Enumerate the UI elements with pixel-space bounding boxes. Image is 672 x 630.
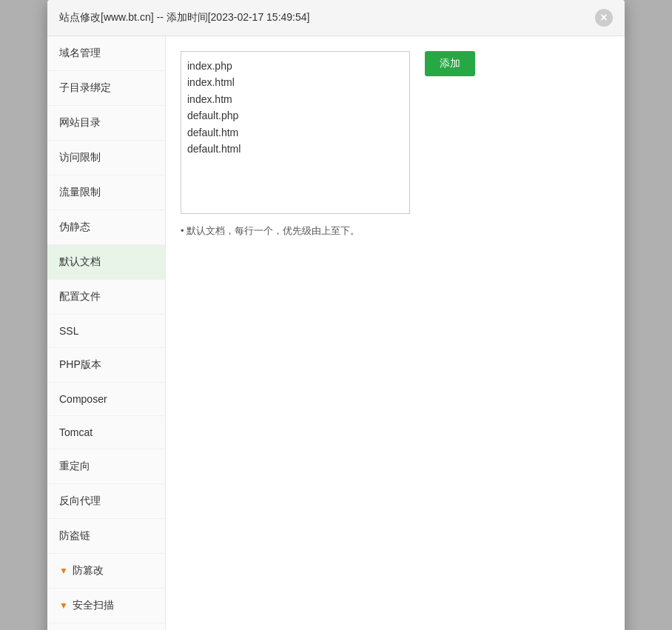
sidebar-item-label: Tomcat	[59, 426, 93, 438]
sidebar-item-access[interactable]: 访问限制	[47, 141, 165, 175]
sidebar-item-label: SSL	[59, 325, 78, 337]
main-content: 添加 默认文档，每行一个，优先级由上至下。	[166, 36, 625, 630]
sidebar-item-proxy[interactable]: 反向代理	[47, 484, 165, 519]
sidebar-item-default-doc[interactable]: 默认文档	[47, 245, 165, 280]
sidebar-item-label: 安全扫描	[73, 599, 114, 612]
modal: 站点修改[www.bt.cn] -- 添加时间[2023-02-17 15:49…	[47, 0, 625, 630]
sidebar-item-hotlink[interactable]: 防盗链	[47, 519, 165, 554]
pro-icon: ▼	[59, 566, 68, 576]
sidebar-item-label: 流量限制	[59, 186, 101, 199]
add-button[interactable]: 添加	[425, 51, 475, 76]
sidebar-item-tomcat[interactable]: Tomcat	[47, 416, 165, 449]
sidebar-item-label: PHP版本	[59, 358, 101, 372]
modal-title: 站点修改[www.bt.cn] -- 添加时间[2023-02-17 15:49…	[59, 11, 309, 24]
sidebar-item-config[interactable]: 配置文件	[47, 280, 165, 315]
sidebar-item-label: 伪静态	[59, 221, 90, 234]
sidebar-item-label: 配置文件	[59, 290, 101, 304]
sidebar-item-label: 防盗链	[59, 529, 90, 543]
sidebar-item-label: 默认文档	[59, 255, 101, 269]
sidebar-item-php[interactable]: PHP版本	[47, 348, 165, 383]
sidebar-item-pseudo[interactable]: 伪静态	[47, 210, 165, 245]
sidebar-item-label: 访问限制	[59, 151, 101, 164]
modal-body: 域名管理子目录绑定网站目录访问限制流量限制伪静态默认文档配置文件SSLPHP版本…	[47, 36, 625, 630]
sidebar-item-label: Composer	[59, 393, 107, 405]
sidebar-item-label: 重定向	[59, 460, 90, 473]
default-doc-textarea[interactable]	[181, 51, 410, 214]
sidebar-item-ssl[interactable]: SSL	[47, 315, 165, 348]
sidebar-item-log[interactable]: 网站日志	[47, 623, 165, 630]
sidebar-item-tamper[interactable]: ▼防篡改	[47, 554, 165, 589]
close-button[interactable]: ×	[595, 9, 613, 27]
sidebar-item-label: 域名管理	[59, 47, 101, 60]
sidebar: 域名管理子目录绑定网站目录访问限制流量限制伪静态默认文档配置文件SSLPHP版本…	[47, 36, 166, 630]
sidebar-item-scan[interactable]: ▼安全扫描	[47, 589, 165, 623]
sidebar-item-domain[interactable]: 域名管理	[47, 36, 165, 71]
sidebar-item-redirect[interactable]: 重定向	[47, 449, 165, 484]
pro-icon: ▼	[59, 600, 68, 611]
sidebar-item-subdir[interactable]: 子目录绑定	[47, 71, 165, 106]
sidebar-item-label: 反向代理	[59, 495, 101, 508]
sidebar-item-traffic[interactable]: 流量限制	[47, 175, 165, 210]
modal-header: 站点修改[www.bt.cn] -- 添加时间[2023-02-17 15:49…	[47, 0, 625, 36]
sidebar-item-sitedir[interactable]: 网站目录	[47, 106, 165, 141]
content-area: 添加	[181, 51, 610, 214]
sidebar-item-composer[interactable]: Composer	[47, 383, 165, 416]
sidebar-item-label: 子目录绑定	[59, 81, 111, 95]
sidebar-item-label: 网站目录	[59, 116, 101, 130]
hint-text: 默认文档，每行一个，优先级由上至下。	[181, 224, 610, 238]
sidebar-item-label: 防篡改	[73, 564, 104, 577]
